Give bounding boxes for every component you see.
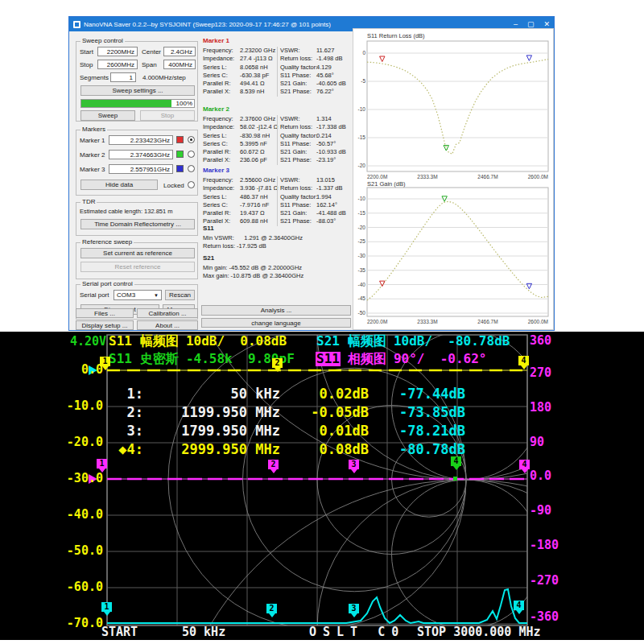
marker-2-color-swatch — [176, 151, 184, 158]
svg-text:2200.0M: 2200.0M — [367, 174, 387, 180]
device-cyan-marker-flag-2: 2 — [266, 604, 277, 613]
reset-reference-button[interactable]: Reset reference — [80, 262, 195, 272]
sweep-control-label: Sweep control — [80, 37, 125, 44]
sweep-settings-button[interactable]: Sweep settings ... — [80, 85, 195, 96]
divider — [277, 176, 278, 226]
marker-3-radio[interactable] — [188, 165, 195, 172]
device-right-axis-label: -180 — [530, 539, 559, 551]
marker-2-frequency-input[interactable]: 2.374663GHz — [109, 150, 173, 159]
device-left-axis-label: -40.0 — [66, 509, 103, 521]
center-label: Center — [142, 48, 161, 56]
start-input[interactable]: 2200MHz — [97, 47, 138, 56]
svg-text:-35: -35 — [358, 267, 366, 273]
stop-button[interactable]: Stop — [140, 110, 195, 121]
marker-3-frequency-input[interactable]: 2.557951GHz — [109, 164, 173, 174]
device-status-bar: START 50 kHz OSLT C0 STOP 3000.000 MHz — [0, 625, 644, 639]
marker-2-radio[interactable] — [188, 151, 195, 158]
span-input[interactable]: 400MHz — [163, 60, 196, 69]
device-cyan-marker-flag-4: 4 — [514, 601, 524, 610]
cable-length-text: Estimated cable length: 132.851 m — [80, 208, 173, 215]
device-right-axis-label: 180 — [530, 402, 551, 414]
chevron-down-icon: ▼ — [154, 293, 159, 298]
marker-3-label: Marker 3 — [80, 166, 105, 173]
marker-1-data-col-1: 2.23200 GHz 27.4 -j113 Ω 8.0658 nH -630.… — [240, 47, 275, 97]
device-magenta-marker-flag-3: 3 — [349, 460, 359, 469]
marker-1-frequency-input[interactable]: 2.233423GHz — [109, 135, 173, 145]
set-reference-button[interactable]: Set current as reference — [80, 248, 195, 258]
locked-radio[interactable] — [188, 181, 195, 188]
device-trace-3-label: S11史密斯-4.58k 9.80pF — [108, 352, 295, 366]
svg-text:-20: -20 — [358, 225, 366, 230]
segments-input[interactable]: 1 — [110, 72, 136, 82]
svg-text:2333.3M: 2333.3M — [417, 319, 437, 324]
marker-2-data-col-3: 1.314 -17.338 dB 0.214 -50.57° -10.933 d… — [316, 115, 346, 165]
svg-text:-5: -5 — [361, 78, 365, 84]
s11_stats-title: S11 — [203, 225, 214, 232]
screenshot-root: NanoVNA Saver 0.2.2--by SYSJOINT (Sweep1… — [0, 0, 644, 644]
minimize-button[interactable]: – — [514, 21, 518, 28]
device-left-axis-label: -30.0 — [66, 473, 103, 485]
device-marker-cell-2-1: 1199.950 MHz — [143, 403, 280, 421]
device-right-axis-label: -270 — [530, 575, 559, 587]
sweep-button[interactable]: Sweep — [80, 110, 135, 121]
marker-1-data-title: Marker 1 — [203, 37, 229, 44]
change-language-button[interactable]: change language — [201, 318, 351, 328]
marker-1-color-swatch — [176, 136, 184, 143]
stop-input[interactable]: 2600MHz — [97, 60, 138, 69]
device-trace-2-label: S21幅频图10dB/ -80.78dB — [316, 334, 510, 349]
device-trace-4-readout: 90°/ -0.62° — [394, 352, 487, 366]
about-button[interactable]: About ... — [137, 320, 198, 330]
device-cyan-marker-flag-3: 3 — [349, 604, 359, 613]
marker-1-radio[interactable] — [188, 136, 195, 143]
svg-text:-10: -10 — [358, 196, 366, 201]
device-trace-3-channel: S11 — [108, 352, 133, 366]
files-button[interactable]: Files ... — [76, 308, 134, 318]
stop-label: Stop — [80, 61, 93, 68]
serial-port-select[interactable]: COM3 ▼ — [114, 290, 162, 300]
stop-frequency: STOP 3000.000 MHz — [417, 625, 541, 639]
svg-text:-15: -15 — [358, 134, 366, 140]
marker-2-data-col-2: VSWR: Return loss: Quality factor: S11 P… — [280, 115, 317, 165]
nanovna-saver-window: NanoVNA Saver 0.2.2--by SYSJOINT (Sweep1… — [68, 16, 555, 331]
hide-data-button[interactable]: Hide data — [80, 180, 158, 190]
device-marker-cell-3-2: 0.01dB — [280, 422, 369, 440]
serial-port-value: COM3 — [117, 291, 135, 299]
segments-label: Segments — [80, 74, 109, 81]
device-magenta-marker-flag-1: 1 — [97, 459, 107, 469]
markers-label: Markers — [80, 126, 107, 133]
device-yellow-marker-flag-1: 1 — [100, 357, 110, 366]
markers-group: Markers Marker 12.233423GHzMarker 22.374… — [76, 130, 198, 196]
nanovna-device-screen: 4.20V S11幅频图10dB/ 0.08dBS21幅频图10dB/ -80.… — [0, 332, 644, 640]
device-right-axis-label: 360 — [530, 335, 551, 347]
locked-label: Locked — [163, 182, 184, 189]
device-marker-cell-1-0: 1: — [111, 385, 143, 402]
analysis-button[interactable]: Analysis ... — [201, 305, 351, 316]
svg-text:2600.0M: 2600.0M — [528, 319, 548, 324]
device-trace-1-channel: S11 — [108, 334, 133, 349]
s11_stats-lines: Min VSWR: 1.291 @ 2.36400GHz Return loss… — [203, 234, 303, 251]
marker-3-data-col-2: VSWR: Return loss: Quality factor: S11 P… — [280, 176, 317, 226]
device-right-axis-label: -360 — [530, 611, 559, 623]
app-icon — [73, 21, 80, 28]
device-yellow-marker-flag-2: 2 — [272, 358, 283, 368]
marker-1-data-col-0: Frequency: Impedance: Series L: Series C… — [203, 47, 234, 97]
device-right-axis-label: 90 — [530, 436, 544, 448]
maximize-button[interactable]: ▢ — [527, 21, 535, 28]
tdr-button[interactable]: Time Domain Reflectometry ... — [80, 219, 195, 229]
center-input[interactable]: 2.4GHz — [163, 47, 196, 56]
device-green-marker-flag-4: 4 — [451, 456, 461, 466]
rescan-button[interactable]: Rescan — [165, 290, 195, 300]
device-left-axis-label: -50.0 — [66, 545, 103, 557]
device-trace-4-type: 相频图 — [348, 352, 386, 366]
device-marker-cell-4-3: -80.78dB — [369, 440, 465, 458]
svg-text:0: 0 — [362, 50, 365, 56]
close-button[interactable]: ✕ — [543, 21, 550, 28]
display-setup-button[interactable]: Display setup ... — [76, 320, 134, 330]
device-left-axis-label: -20.0 — [66, 436, 103, 448]
calibration-button[interactable]: Calibration ... — [137, 308, 198, 318]
marker-2-data-title: Marker 2 — [203, 105, 229, 113]
marker-3-color-swatch — [176, 165, 184, 172]
device-trace-1-readout: 10dB/ 0.08dB — [186, 334, 287, 349]
marker-3-data-col-0: Frequency: Impedance: Series L: Series C… — [203, 176, 234, 226]
device-marker-cell-3-1: 1799.950 MHz — [143, 422, 280, 440]
